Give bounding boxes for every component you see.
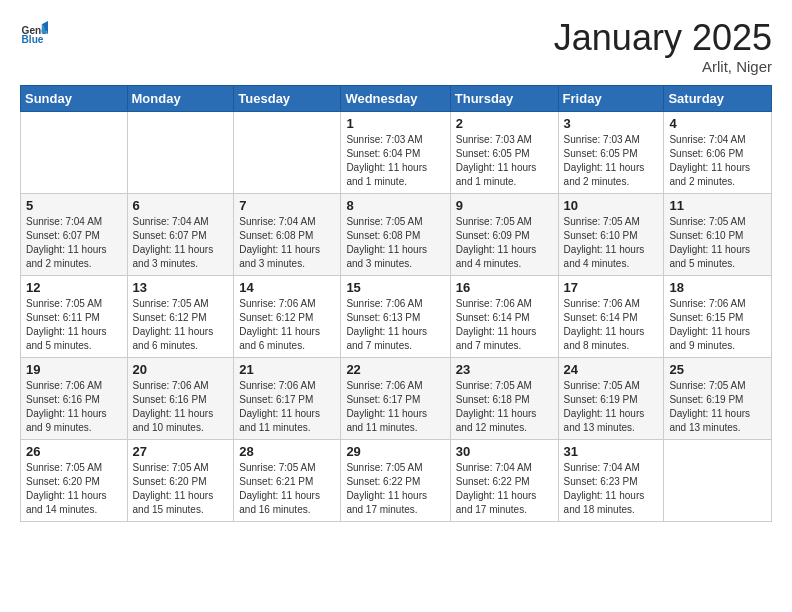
day-info: Sunrise: 7:04 AM Sunset: 6:08 PM Dayligh… bbox=[239, 215, 335, 271]
week-row-5: 26Sunrise: 7:05 AM Sunset: 6:20 PM Dayli… bbox=[21, 439, 772, 521]
day-number: 22 bbox=[346, 362, 444, 377]
day-number: 30 bbox=[456, 444, 553, 459]
calendar-cell: 9Sunrise: 7:05 AM Sunset: 6:09 PM Daylig… bbox=[450, 193, 558, 275]
day-number: 1 bbox=[346, 116, 444, 131]
logo-icon: General Blue bbox=[20, 18, 48, 46]
calendar-cell: 8Sunrise: 7:05 AM Sunset: 6:08 PM Daylig… bbox=[341, 193, 450, 275]
day-info: Sunrise: 7:05 AM Sunset: 6:20 PM Dayligh… bbox=[26, 461, 122, 517]
day-number: 3 bbox=[564, 116, 659, 131]
day-info: Sunrise: 7:04 AM Sunset: 6:07 PM Dayligh… bbox=[26, 215, 122, 271]
day-info: Sunrise: 7:05 AM Sunset: 6:19 PM Dayligh… bbox=[564, 379, 659, 435]
day-info: Sunrise: 7:06 AM Sunset: 6:17 PM Dayligh… bbox=[346, 379, 444, 435]
calendar-cell: 3Sunrise: 7:03 AM Sunset: 6:05 PM Daylig… bbox=[558, 111, 664, 193]
day-number: 6 bbox=[133, 198, 229, 213]
day-number: 13 bbox=[133, 280, 229, 295]
day-info: Sunrise: 7:06 AM Sunset: 6:17 PM Dayligh… bbox=[239, 379, 335, 435]
calendar-cell: 15Sunrise: 7:06 AM Sunset: 6:13 PM Dayli… bbox=[341, 275, 450, 357]
calendar-cell: 21Sunrise: 7:06 AM Sunset: 6:17 PM Dayli… bbox=[234, 357, 341, 439]
calendar-cell: 30Sunrise: 7:04 AM Sunset: 6:22 PM Dayli… bbox=[450, 439, 558, 521]
weekday-header-friday: Friday bbox=[558, 85, 664, 111]
day-info: Sunrise: 7:05 AM Sunset: 6:08 PM Dayligh… bbox=[346, 215, 444, 271]
page: General Blue January 2025 Arlit, Niger S… bbox=[0, 0, 792, 612]
day-number: 9 bbox=[456, 198, 553, 213]
day-number: 12 bbox=[26, 280, 122, 295]
calendar-cell: 20Sunrise: 7:06 AM Sunset: 6:16 PM Dayli… bbox=[127, 357, 234, 439]
day-number: 10 bbox=[564, 198, 659, 213]
day-number: 19 bbox=[26, 362, 122, 377]
calendar-cell: 2Sunrise: 7:03 AM Sunset: 6:05 PM Daylig… bbox=[450, 111, 558, 193]
day-info: Sunrise: 7:04 AM Sunset: 6:07 PM Dayligh… bbox=[133, 215, 229, 271]
week-row-3: 12Sunrise: 7:05 AM Sunset: 6:11 PM Dayli… bbox=[21, 275, 772, 357]
calendar-cell: 29Sunrise: 7:05 AM Sunset: 6:22 PM Dayli… bbox=[341, 439, 450, 521]
day-info: Sunrise: 7:06 AM Sunset: 6:14 PM Dayligh… bbox=[564, 297, 659, 353]
calendar-cell: 25Sunrise: 7:05 AM Sunset: 6:19 PM Dayli… bbox=[664, 357, 772, 439]
calendar-cell: 31Sunrise: 7:04 AM Sunset: 6:23 PM Dayli… bbox=[558, 439, 664, 521]
day-info: Sunrise: 7:06 AM Sunset: 6:15 PM Dayligh… bbox=[669, 297, 766, 353]
weekday-header-thursday: Thursday bbox=[450, 85, 558, 111]
day-number: 14 bbox=[239, 280, 335, 295]
calendar-cell: 4Sunrise: 7:04 AM Sunset: 6:06 PM Daylig… bbox=[664, 111, 772, 193]
calendar-cell bbox=[234, 111, 341, 193]
week-row-2: 5Sunrise: 7:04 AM Sunset: 6:07 PM Daylig… bbox=[21, 193, 772, 275]
day-number: 23 bbox=[456, 362, 553, 377]
calendar-cell bbox=[21, 111, 128, 193]
day-info: Sunrise: 7:04 AM Sunset: 6:06 PM Dayligh… bbox=[669, 133, 766, 189]
day-number: 31 bbox=[564, 444, 659, 459]
day-info: Sunrise: 7:04 AM Sunset: 6:22 PM Dayligh… bbox=[456, 461, 553, 517]
calendar-cell: 7Sunrise: 7:04 AM Sunset: 6:08 PM Daylig… bbox=[234, 193, 341, 275]
calendar-cell: 11Sunrise: 7:05 AM Sunset: 6:10 PM Dayli… bbox=[664, 193, 772, 275]
calendar-cell: 10Sunrise: 7:05 AM Sunset: 6:10 PM Dayli… bbox=[558, 193, 664, 275]
logo: General Blue bbox=[20, 18, 48, 46]
day-number: 26 bbox=[26, 444, 122, 459]
day-number: 25 bbox=[669, 362, 766, 377]
calendar-cell: 27Sunrise: 7:05 AM Sunset: 6:20 PM Dayli… bbox=[127, 439, 234, 521]
calendar-cell: 13Sunrise: 7:05 AM Sunset: 6:12 PM Dayli… bbox=[127, 275, 234, 357]
weekday-header-saturday: Saturday bbox=[664, 85, 772, 111]
header-right: January 2025 Arlit, Niger bbox=[554, 18, 772, 75]
calendar-cell: 14Sunrise: 7:06 AM Sunset: 6:12 PM Dayli… bbox=[234, 275, 341, 357]
calendar-cell: 12Sunrise: 7:05 AM Sunset: 6:11 PM Dayli… bbox=[21, 275, 128, 357]
day-info: Sunrise: 7:05 AM Sunset: 6:10 PM Dayligh… bbox=[564, 215, 659, 271]
day-info: Sunrise: 7:05 AM Sunset: 6:10 PM Dayligh… bbox=[669, 215, 766, 271]
day-info: Sunrise: 7:03 AM Sunset: 6:05 PM Dayligh… bbox=[564, 133, 659, 189]
calendar-cell bbox=[127, 111, 234, 193]
day-info: Sunrise: 7:05 AM Sunset: 6:09 PM Dayligh… bbox=[456, 215, 553, 271]
weekday-header-sunday: Sunday bbox=[21, 85, 128, 111]
day-info: Sunrise: 7:05 AM Sunset: 6:21 PM Dayligh… bbox=[239, 461, 335, 517]
day-info: Sunrise: 7:05 AM Sunset: 6:19 PM Dayligh… bbox=[669, 379, 766, 435]
location: Arlit, Niger bbox=[554, 58, 772, 75]
day-info: Sunrise: 7:06 AM Sunset: 6:12 PM Dayligh… bbox=[239, 297, 335, 353]
calendar-cell: 5Sunrise: 7:04 AM Sunset: 6:07 PM Daylig… bbox=[21, 193, 128, 275]
calendar-cell: 22Sunrise: 7:06 AM Sunset: 6:17 PM Dayli… bbox=[341, 357, 450, 439]
calendar-cell: 6Sunrise: 7:04 AM Sunset: 6:07 PM Daylig… bbox=[127, 193, 234, 275]
day-number: 24 bbox=[564, 362, 659, 377]
day-info: Sunrise: 7:05 AM Sunset: 6:18 PM Dayligh… bbox=[456, 379, 553, 435]
week-row-1: 1Sunrise: 7:03 AM Sunset: 6:04 PM Daylig… bbox=[21, 111, 772, 193]
calendar-cell: 1Sunrise: 7:03 AM Sunset: 6:04 PM Daylig… bbox=[341, 111, 450, 193]
calendar: SundayMondayTuesdayWednesdayThursdayFrid… bbox=[20, 85, 772, 522]
week-row-4: 19Sunrise: 7:06 AM Sunset: 6:16 PM Dayli… bbox=[21, 357, 772, 439]
calendar-cell: 23Sunrise: 7:05 AM Sunset: 6:18 PM Dayli… bbox=[450, 357, 558, 439]
day-info: Sunrise: 7:06 AM Sunset: 6:16 PM Dayligh… bbox=[26, 379, 122, 435]
day-number: 17 bbox=[564, 280, 659, 295]
day-number: 5 bbox=[26, 198, 122, 213]
calendar-cell: 16Sunrise: 7:06 AM Sunset: 6:14 PM Dayli… bbox=[450, 275, 558, 357]
day-number: 28 bbox=[239, 444, 335, 459]
day-info: Sunrise: 7:03 AM Sunset: 6:05 PM Dayligh… bbox=[456, 133, 553, 189]
day-info: Sunrise: 7:04 AM Sunset: 6:23 PM Dayligh… bbox=[564, 461, 659, 517]
month-title: January 2025 bbox=[554, 18, 772, 58]
day-number: 18 bbox=[669, 280, 766, 295]
svg-text:Blue: Blue bbox=[22, 34, 44, 45]
day-number: 11 bbox=[669, 198, 766, 213]
day-info: Sunrise: 7:06 AM Sunset: 6:16 PM Dayligh… bbox=[133, 379, 229, 435]
calendar-cell: 17Sunrise: 7:06 AM Sunset: 6:14 PM Dayli… bbox=[558, 275, 664, 357]
day-number: 4 bbox=[669, 116, 766, 131]
day-number: 16 bbox=[456, 280, 553, 295]
day-info: Sunrise: 7:06 AM Sunset: 6:14 PM Dayligh… bbox=[456, 297, 553, 353]
weekday-header-wednesday: Wednesday bbox=[341, 85, 450, 111]
day-info: Sunrise: 7:05 AM Sunset: 6:12 PM Dayligh… bbox=[133, 297, 229, 353]
day-number: 27 bbox=[133, 444, 229, 459]
calendar-cell: 19Sunrise: 7:06 AM Sunset: 6:16 PM Dayli… bbox=[21, 357, 128, 439]
day-number: 8 bbox=[346, 198, 444, 213]
day-number: 20 bbox=[133, 362, 229, 377]
